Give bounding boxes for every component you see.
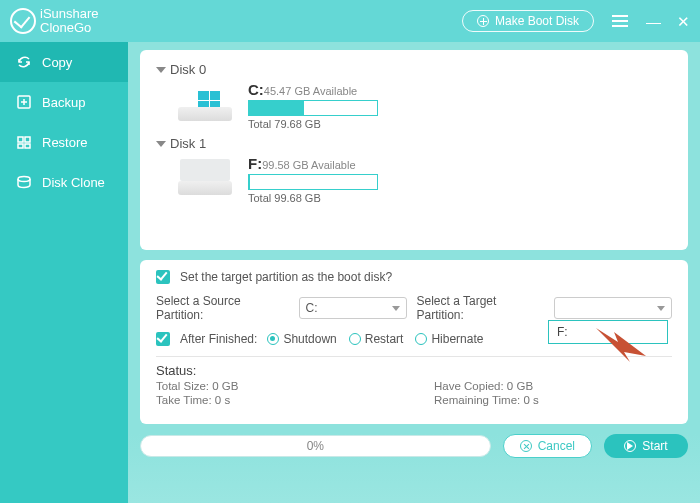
svg-rect-4 bbox=[25, 144, 30, 148]
progress-bar: 0% bbox=[140, 435, 491, 457]
make-boot-disk-label: Make Boot Disk bbox=[495, 14, 579, 28]
cancel-button[interactable]: Cancel bbox=[503, 434, 592, 458]
svg-point-5 bbox=[18, 177, 30, 182]
footer: 0% Cancel Start bbox=[140, 434, 688, 458]
chevron-down-icon bbox=[657, 306, 665, 311]
backup-icon bbox=[16, 94, 32, 110]
sidebar-item-backup[interactable]: Backup bbox=[0, 82, 128, 122]
disk-1-title: Disk 1 bbox=[170, 136, 206, 151]
logo-icon bbox=[10, 8, 36, 34]
progress-value: 0% bbox=[307, 439, 324, 453]
radio-shutdown-label: Shutdown bbox=[283, 332, 336, 346]
target-partition-option-label: F: bbox=[557, 325, 568, 339]
svg-marker-6 bbox=[596, 328, 646, 362]
boot-disk-label: Set the target partition as the boot dis… bbox=[180, 270, 392, 284]
target-partition-label: Select a Target Partition: bbox=[417, 294, 545, 322]
app-name-2: CloneGo bbox=[40, 21, 99, 35]
sync-icon bbox=[16, 54, 32, 70]
drive-f-icon[interactable] bbox=[176, 155, 234, 199]
chevron-down-icon bbox=[156, 141, 166, 147]
disk-clone-icon bbox=[16, 174, 32, 190]
status-have-copied: Have Copied: 0 GB bbox=[434, 380, 672, 392]
disk-0-title: Disk 0 bbox=[170, 62, 206, 77]
radio-hibernate[interactable]: Hibernate bbox=[415, 332, 483, 346]
drive-c-usage-bar bbox=[248, 100, 378, 116]
svg-rect-1 bbox=[18, 137, 23, 142]
status-take-time: Take Time: 0 s bbox=[156, 394, 394, 406]
close-button[interactable]: ✕ bbox=[677, 14, 690, 29]
start-button[interactable]: Start bbox=[604, 434, 688, 458]
cancel-label: Cancel bbox=[538, 439, 575, 453]
radio-hibernate-label: Hibernate bbox=[431, 332, 483, 346]
main-area: Disk 0 C:45.47 GB Available Total 79.68 … bbox=[128, 42, 700, 503]
minimize-button[interactable]: — bbox=[646, 14, 661, 29]
source-partition-value: C: bbox=[306, 301, 318, 315]
sidebar-item-label: Disk Clone bbox=[42, 175, 105, 190]
app-name-1: iSunshare bbox=[40, 7, 99, 21]
app-logo: iSunshare CloneGo bbox=[10, 7, 99, 34]
disks-panel: Disk 0 C:45.47 GB Available Total 79.68 … bbox=[140, 50, 688, 250]
source-partition-select[interactable]: C: bbox=[299, 297, 407, 319]
drive-c-title: C:45.47 GB Available bbox=[248, 81, 378, 98]
start-icon bbox=[624, 440, 636, 452]
sidebar-item-disk-clone[interactable]: Disk Clone bbox=[0, 162, 128, 202]
chevron-down-icon bbox=[392, 306, 400, 311]
drive-f-total: Total 99.68 GB bbox=[248, 192, 378, 204]
status-total-size: Total Size: 0 GB bbox=[156, 380, 394, 392]
svg-rect-2 bbox=[25, 137, 30, 142]
sidebar-item-restore[interactable]: Restore bbox=[0, 122, 128, 162]
annotation-arrow bbox=[588, 318, 648, 368]
menu-icon[interactable] bbox=[612, 20, 628, 22]
sidebar-item-label: Copy bbox=[42, 55, 72, 70]
disk-0-header[interactable]: Disk 0 bbox=[156, 62, 672, 77]
status-remaining: Remaining Time: 0 s bbox=[434, 394, 672, 406]
sidebar: Copy Backup Restore Disk Clone bbox=[0, 42, 128, 503]
disk-1-header[interactable]: Disk 1 bbox=[156, 136, 672, 151]
start-label: Start bbox=[642, 439, 667, 453]
title-bar: iSunshare CloneGo Make Boot Disk — ✕ bbox=[0, 0, 700, 42]
sidebar-item-label: Restore bbox=[42, 135, 88, 150]
cancel-icon bbox=[520, 440, 532, 452]
chevron-down-icon bbox=[156, 67, 166, 73]
sidebar-item-copy[interactable]: Copy bbox=[0, 42, 128, 82]
sidebar-item-label: Backup bbox=[42, 95, 85, 110]
drive-f-title: F:99.58 GB Available bbox=[248, 155, 378, 172]
drive-c-icon[interactable] bbox=[176, 81, 234, 125]
radio-restart-label: Restart bbox=[365, 332, 404, 346]
radio-shutdown[interactable]: Shutdown bbox=[267, 332, 336, 346]
make-boot-disk-button[interactable]: Make Boot Disk bbox=[462, 10, 594, 32]
drive-c-total: Total 79.68 GB bbox=[248, 118, 378, 130]
drive-f-usage-bar bbox=[248, 174, 378, 190]
restore-icon bbox=[16, 134, 32, 150]
target-partition-select[interactable] bbox=[554, 297, 672, 319]
svg-rect-3 bbox=[18, 144, 23, 148]
plus-icon bbox=[477, 15, 489, 27]
radio-restart[interactable]: Restart bbox=[349, 332, 404, 346]
after-finished-checkbox[interactable] bbox=[156, 332, 170, 346]
source-partition-label: Select a Source Partition: bbox=[156, 294, 289, 322]
after-finished-label: After Finished: bbox=[180, 332, 257, 346]
boot-disk-checkbox[interactable] bbox=[156, 270, 170, 284]
